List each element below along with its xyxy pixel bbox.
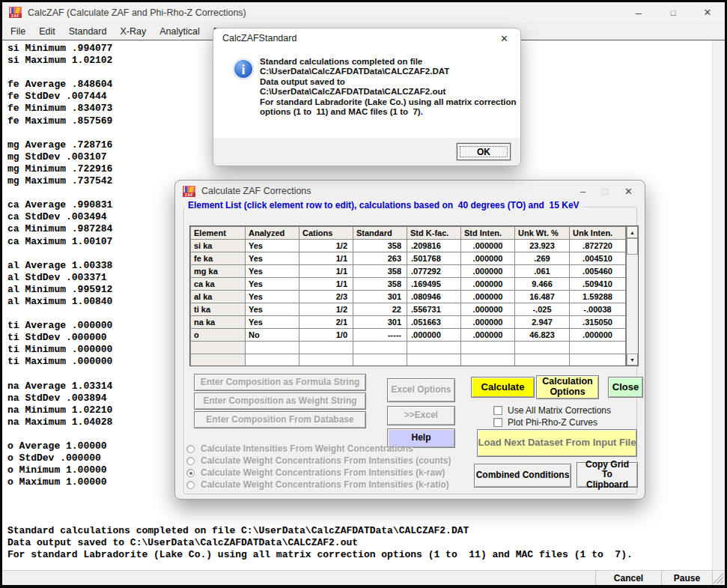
zaf-minimize-icon[interactable]: – (580, 187, 585, 196)
load-next-dataset-button[interactable]: Load Next Dataset From Input File (477, 429, 637, 457)
window-title: CalcZAF (Calculate ZAF and Phi-Rho-Z Cor… (28, 7, 246, 18)
grid-cell: al ka (191, 291, 246, 303)
menu-item-file[interactable]: File (4, 26, 32, 37)
table-row[interactable]: oNo1/0-----.000000.00000046.823.000000 (191, 329, 626, 342)
grid-cell: ti ka (191, 303, 246, 316)
grid-header-cell: Unk Wt. % (515, 227, 570, 240)
grid-cell: .269 (515, 252, 570, 265)
grid-cell: si ka (191, 240, 246, 252)
grid-cell: .000000 (461, 240, 515, 252)
radio-label: Calculate Intensities From Weight Concen… (201, 443, 413, 454)
app-icon-yellow-mark (15, 7, 21, 13)
use-all-matrix-corrections-checkbox[interactable]: Use All Matrix Corrections (493, 405, 611, 416)
menu-item-edit[interactable]: Edit (32, 26, 62, 37)
combined-conditions-button[interactable]: Combined Conditions (474, 464, 571, 488)
grid-cell: 1/1 (299, 252, 353, 265)
dialog-close-icon[interactable]: ✕ (497, 31, 511, 46)
grid-cell: .501768 (407, 252, 461, 265)
cancel-button[interactable]: Cancel (596, 571, 662, 585)
radio-label: Calculate Weight Concentrations From Int… (201, 455, 451, 466)
grid-header-row: ElementAnalyzedCationsStandardStd K-fac.… (191, 227, 626, 240)
grid-cell: .000000 (461, 329, 515, 342)
grid-cell: Yes (246, 240, 299, 252)
copy-grid-to-clipboard-button[interactable]: Copy Grid To Clipboard (577, 462, 638, 488)
grid-cell: Yes (246, 316, 299, 329)
table-row[interactable]: fe kaYes1/1263.501768.000000.269.004510 (191, 252, 626, 265)
grid-scrollbar[interactable]: ▲ ▼ (626, 226, 638, 366)
screen: ZAF CalcZAF (Calculate ZAF and Phi-Rho-Z… (0, 0, 727, 588)
calculate-button[interactable]: Calculate (471, 377, 535, 398)
zaf-window-title: Calculate ZAF Corrections (201, 186, 311, 196)
grid-cell: Yes (246, 291, 299, 303)
element-grid: ElementAnalyzedCationsStandardStd K-fac.… (189, 225, 639, 366)
grid-cell: .005460 (570, 265, 626, 278)
table-row[interactable]: ti kaYes1/222.556731.000000-.025-.00038 (191, 303, 626, 316)
grid-cell: .004510 (570, 252, 626, 265)
resize-grip-icon[interactable] (713, 573, 723, 584)
enter-composition-weight-button: Enter Composition as Weight String (194, 392, 366, 410)
grid-cell (461, 354, 515, 367)
grid-cell: .000000 (461, 291, 515, 303)
grid-cell: 1/2 (299, 303, 353, 316)
menu-item-analytical[interactable]: Analytical (153, 26, 207, 37)
grid-cell: .080946 (407, 291, 461, 303)
enter-composition-database-button: Enter Composition From Database (194, 411, 366, 428)
app-icon: ZAF (9, 7, 22, 18)
element-grid-table: ElementAnalyzedCationsStandardStd K-fac.… (190, 226, 626, 366)
grid-cell: 9.466 (515, 278, 570, 291)
grid-cell: ----- (353, 329, 407, 342)
close-icon[interactable]: ✕ (690, 2, 725, 22)
checkbox-icon[interactable] (493, 418, 502, 427)
radio-icon (186, 469, 195, 477)
pause-button[interactable]: Pause (662, 571, 713, 585)
menu-item-standard[interactable]: Standard (62, 26, 114, 37)
grid-cell (191, 354, 246, 367)
radio-icon (186, 445, 195, 453)
grid-cell: .000000 (461, 278, 515, 291)
radio-label: Calculate Weight Concentrations From Int… (201, 479, 449, 490)
radio-option-1: Calculate Weight Concentrations From Int… (186, 455, 451, 467)
grid-cell: 358 (353, 278, 407, 291)
main-titlebar: ZAF CalcZAF (Calculate ZAF and Phi-Rho-Z… (2, 2, 725, 22)
minimize-icon[interactable]: – (621, 2, 656, 22)
calculation-options-button[interactable]: Calculation Options (536, 375, 599, 399)
grid-cell: 1/2 (299, 240, 353, 252)
menu-item-xray[interactable]: X-Ray (113, 26, 153, 37)
grid-cell (570, 354, 626, 367)
table-row[interactable]: na kaYes2/1301.051663.0000002.947.315050 (191, 316, 626, 329)
maximize-icon[interactable]: □ (656, 2, 690, 22)
plot-phi-rho-z-curves-checkbox[interactable]: Plot Phi-Rho-Z Curves (493, 417, 597, 428)
table-row[interactable]: mg kaYes1/1358.077292.000000.061.005460 (191, 265, 626, 278)
radio-icon (186, 481, 195, 489)
info-icon: i (233, 58, 254, 79)
grid-header-cell: Analyzed (246, 227, 299, 240)
grid-cell (353, 354, 407, 367)
scroll-up-icon[interactable]: ▲ (627, 226, 638, 238)
close-button[interactable]: Close (608, 377, 643, 398)
table-row-empty (191, 354, 626, 367)
grid-cell: 301 (353, 291, 407, 303)
zaf-caption-buttons: – □ ✕ (580, 187, 637, 196)
grid-cell: 22 (353, 303, 407, 316)
table-row[interactable]: ca kaYes1/1358.169495.0000009.466.509410 (191, 278, 626, 291)
table-row[interactable]: si kaYes1/2358.209816.00000023.923.87272… (191, 240, 626, 252)
scroll-thumb[interactable] (627, 238, 638, 255)
zaf-close-icon[interactable]: ✕ (624, 187, 633, 196)
scroll-down-icon[interactable]: ▼ (627, 354, 638, 366)
zaf-titlebar: ZAF Calculate ZAF Corrections – □ ✕ (175, 181, 645, 201)
grid-cell: Yes (246, 278, 299, 291)
output-scrollbar[interactable] (712, 40, 725, 570)
checkbox-label: Plot Phi-Rho-Z Curves (508, 417, 597, 428)
scroll-track[interactable] (627, 255, 638, 354)
grid-cell: .061 (515, 265, 570, 278)
grid-cell (246, 354, 299, 367)
checkbox-icon[interactable] (493, 406, 502, 415)
table-row[interactable]: al kaYes2/3301.080946.00000016.4871.5928… (191, 291, 626, 303)
grid-cell (191, 342, 246, 354)
zaf-app-icon: ZAF (183, 186, 195, 197)
grid-cell: .000000 (570, 329, 626, 342)
ok-button[interactable]: OK (457, 143, 511, 160)
grid-cell: .556731 (407, 303, 461, 316)
grid-header-cell: Std K-fac. (407, 227, 461, 240)
checkbox-label: Use All Matrix Corrections (508, 405, 611, 416)
